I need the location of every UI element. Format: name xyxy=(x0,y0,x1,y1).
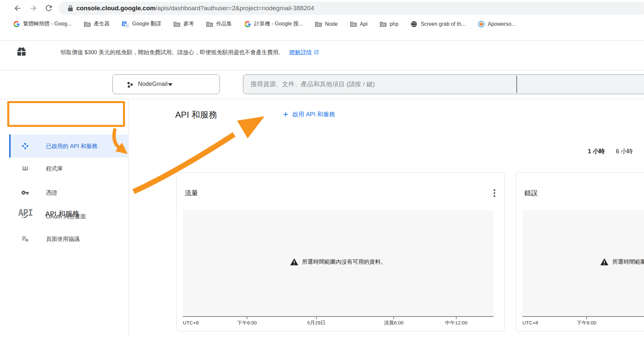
sidebar-item-page-usage-agreements[interactable]: 頁面使用協議 xyxy=(0,231,129,247)
sidebar-item-enabled-apis[interactable]: 已啟用的 API 和服務 xyxy=(9,134,129,158)
axis-label: 5月29日 xyxy=(307,320,325,326)
bookmark-label: Google 翻譯 xyxy=(132,20,161,27)
axis-label: UTC+8 xyxy=(522,320,538,325)
axis-label: UTC+8 xyxy=(183,320,199,325)
axis-tick xyxy=(456,317,457,319)
banner-learn-more-link[interactable]: 瞭解詳情 xyxy=(289,49,312,56)
external-link-icon[interactable] xyxy=(314,50,319,55)
project-selector[interactable]: NodeGmail xyxy=(112,74,220,94)
project-name: NodeGmail xyxy=(138,81,168,88)
bookmark-label: 產生器 xyxy=(94,20,110,27)
url-domain: console.cloud.google.com xyxy=(76,5,156,12)
back-icon[interactable] xyxy=(13,4,22,14)
search-divider xyxy=(516,76,517,93)
search-input[interactable] xyxy=(243,74,644,94)
bookmarks-bar: 繁體轉簡體 - Goog... 產生器 G文 Google 翻譯 參考 作品集 … xyxy=(0,17,644,31)
axis-tick xyxy=(393,317,394,319)
bookmark-label: 參考 xyxy=(183,20,194,27)
axis-label: 清晨6:00 xyxy=(384,320,403,326)
sidebar-item-label: 憑證 xyxy=(46,189,57,197)
warning-icon xyxy=(600,258,608,266)
list-settings-icon xyxy=(21,235,29,243)
folder-icon xyxy=(350,21,357,27)
axis-tick xyxy=(586,317,587,319)
url-path: /apis/dashboard?authuser=2&project=nodeg… xyxy=(156,5,314,12)
kebab-menu-icon[interactable] xyxy=(492,188,497,198)
no-data-message: 所選時間範圍內沒有可用的資料。 xyxy=(600,258,644,266)
chevron-down-icon xyxy=(168,83,173,86)
folder-icon xyxy=(315,21,322,27)
gcp-header: GoogleCloud NodeGmail xyxy=(0,70,644,99)
bookmark-label: php xyxy=(390,21,399,27)
errors-card: 錯誤 所選時間範圍內沒有可用的資料。 UTC+8 下午6:00 xyxy=(516,172,644,331)
sidebar-item-label: 程式庫 xyxy=(46,165,63,172)
key-icon xyxy=(21,188,29,197)
bookmark-item[interactable]: 計算機 - Google 搜... xyxy=(244,20,303,27)
folder-icon xyxy=(84,21,91,27)
bookmark-item[interactable]: Screen grab of th... xyxy=(411,21,465,27)
svg-text:文: 文 xyxy=(126,24,128,27)
time-range-1h[interactable]: 1 小時 xyxy=(588,147,605,155)
traffic-card-title: 流量 xyxy=(185,189,198,198)
sidebar-item-label: 頁面使用協議 xyxy=(46,235,80,243)
axis-label: 中午12:00 xyxy=(445,320,467,326)
bookmark-label: 繁體轉簡體 - Goog... xyxy=(23,20,72,27)
forward-icon[interactable] xyxy=(29,4,38,14)
refresh-icon[interactable] xyxy=(44,4,53,14)
bookmark-item[interactable]: Node xyxy=(315,21,338,27)
folder-icon xyxy=(174,21,180,27)
traffic-card: 流量 所選時間範圍內沒有可用的資料。 UTC+8 下午6:00 5月29日 清晨… xyxy=(176,172,505,331)
google-g-icon xyxy=(13,21,20,27)
bookmark-label: Apowerso... xyxy=(488,21,516,27)
google-g-icon xyxy=(244,21,251,27)
google-translate-icon: G文 xyxy=(122,20,129,27)
bookmark-label: 作品集 xyxy=(216,20,232,27)
folder-icon xyxy=(206,21,213,27)
url-text: console.cloud.google.com/apis/dashboard?… xyxy=(76,5,314,12)
browser-toolbar: console.cloud.google.com/apis/dashboard?… xyxy=(0,0,644,17)
time-range-selector: 1 小時 6 小時 xyxy=(588,147,633,155)
sidebar-item-credentials[interactable]: 憑證 xyxy=(0,185,129,201)
bookmark-item[interactable]: Apowerso... xyxy=(478,21,516,27)
sidebar-item-label: 已啟用的 API 和服務 xyxy=(46,142,98,150)
sidebar: API API 和服務 已啟用的 API 和服務 程式庫 憑證 OAuth 同意… xyxy=(0,99,129,337)
sidebar-item-library[interactable]: 程式庫 xyxy=(0,161,129,176)
bookmark-item[interactable]: 產生器 xyxy=(84,20,110,27)
apowersoft-icon xyxy=(478,21,485,27)
gift-icon xyxy=(17,47,26,58)
enable-apis-button[interactable]: + 啟用 API 和服務 xyxy=(283,109,335,120)
enabled-apis-icon xyxy=(21,142,29,150)
bookmark-label: Node xyxy=(325,21,338,27)
globe-icon xyxy=(411,21,417,27)
x-axis xyxy=(522,316,644,317)
bookmark-item[interactable]: 繁體轉簡體 - Goog... xyxy=(13,20,72,27)
page-title: API 和服務 xyxy=(175,109,217,121)
banner-text: 領取價值 $300 美元的抵免額，開始免費試用。請放心，即便抵免額用盡也不會產生… xyxy=(60,49,284,56)
url-bar[interactable]: console.cloud.google.com/apis/dashboard?… xyxy=(59,2,644,15)
plus-icon: + xyxy=(283,110,288,119)
annotation-box xyxy=(7,101,125,127)
axis-label: 下午6:00 xyxy=(237,320,257,326)
time-range-6h[interactable]: 6 小時 xyxy=(616,147,633,155)
bookmark-item[interactable]: Api xyxy=(350,21,368,27)
axis-tick xyxy=(316,317,317,319)
axis-label: 下午6:00 xyxy=(577,320,596,326)
sidebar-item-oauth-consent[interactable]: OAuth 同意畫面 xyxy=(0,208,129,224)
bookmark-item[interactable]: G文 Google 翻譯 xyxy=(122,20,161,27)
warning-icon xyxy=(290,258,298,266)
folder-icon xyxy=(380,21,386,27)
bookmark-item[interactable]: php xyxy=(380,21,399,27)
sidebar-item-label: OAuth 同意畫面 xyxy=(46,213,86,220)
x-axis xyxy=(183,316,494,317)
axis-tick xyxy=(247,317,247,319)
enable-apis-button-label: 啟用 API 和服務 xyxy=(292,110,335,118)
library-icon xyxy=(21,164,29,173)
bookmark-label: Screen grab of th... xyxy=(421,21,465,27)
promo-banner: 領取價值 $300 美元的抵免額，開始免費試用。請放心，即便抵免額用盡也不會產生… xyxy=(0,40,644,70)
bookmark-item[interactable]: 參考 xyxy=(174,20,194,27)
lock-icon[interactable] xyxy=(68,5,73,13)
no-data-message: 所選時間範圍內沒有可用的資料。 xyxy=(183,258,494,266)
oauth-consent-icon xyxy=(21,212,29,221)
bookmark-item[interactable]: 作品集 xyxy=(206,20,232,27)
errors-card-title: 錯誤 xyxy=(524,189,538,198)
